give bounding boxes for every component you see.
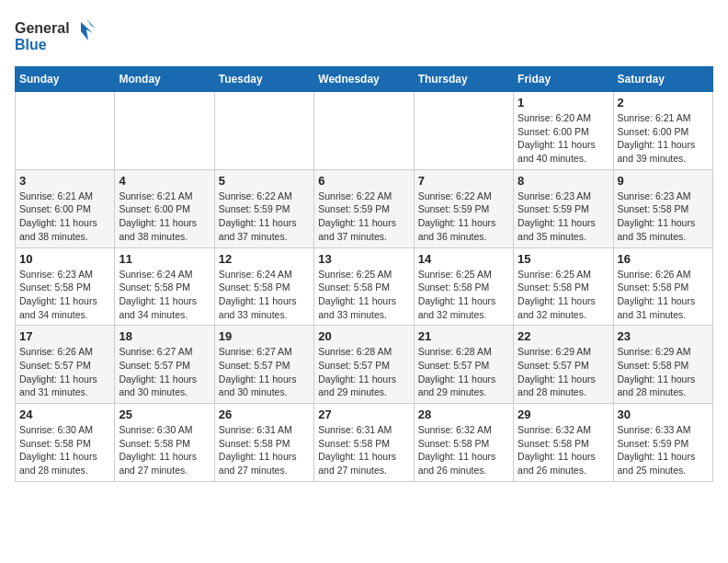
day-number: 2 xyxy=(618,96,709,109)
calendar: SundayMondayTuesdayWednesdayThursdayFrid… xyxy=(15,66,713,482)
calendar-cell: 1Sunrise: 6:20 AM Sunset: 6:00 PM Daylig… xyxy=(514,92,613,170)
calendar-cell: 8Sunrise: 6:23 AM Sunset: 5:59 PM Daylig… xyxy=(514,169,613,247)
calendar-cell: 3Sunrise: 6:21 AM Sunset: 6:00 PM Daylig… xyxy=(16,169,115,247)
day-number: 6 xyxy=(318,174,409,188)
day-info: Sunrise: 6:22 AM Sunset: 5:59 PM Dayligh… xyxy=(418,190,509,244)
calendar-week-4: 17Sunrise: 6:26 AM Sunset: 5:57 PM Dayli… xyxy=(16,326,713,404)
calendar-week-2: 3Sunrise: 6:21 AM Sunset: 6:00 PM Daylig… xyxy=(16,169,713,247)
day-info: Sunrise: 6:21 AM Sunset: 6:00 PM Dayligh… xyxy=(119,190,210,244)
calendar-header-tuesday: Tuesday xyxy=(214,67,313,92)
day-info: Sunrise: 6:29 AM Sunset: 5:57 PM Dayligh… xyxy=(518,345,609,399)
calendar-cell: 10Sunrise: 6:23 AM Sunset: 5:58 PM Dayli… xyxy=(16,247,115,326)
day-info: Sunrise: 6:32 AM Sunset: 5:58 PM Dayligh… xyxy=(418,423,509,477)
day-info: Sunrise: 6:24 AM Sunset: 5:58 PM Dayligh… xyxy=(119,268,210,322)
day-number: 18 xyxy=(119,329,210,343)
day-number: 24 xyxy=(19,408,110,421)
calendar-cell: 5Sunrise: 6:22 AM Sunset: 5:59 PM Daylig… xyxy=(214,169,313,247)
calendar-cell: 16Sunrise: 6:26 AM Sunset: 5:58 PM Dayli… xyxy=(613,247,712,326)
calendar-cell: 9Sunrise: 6:23 AM Sunset: 5:58 PM Daylig… xyxy=(613,169,712,247)
calendar-header-row: SundayMondayTuesdayWednesdayThursdayFrid… xyxy=(16,67,713,92)
day-info: Sunrise: 6:28 AM Sunset: 5:57 PM Dayligh… xyxy=(418,345,509,399)
day-number: 17 xyxy=(19,329,110,343)
calendar-week-5: 24Sunrise: 6:30 AM Sunset: 5:58 PM Dayli… xyxy=(16,404,713,482)
calendar-cell: 20Sunrise: 6:28 AM Sunset: 5:57 PM Dayli… xyxy=(314,326,414,404)
day-info: Sunrise: 6:25 AM Sunset: 5:58 PM Dayligh… xyxy=(418,268,509,322)
calendar-cell: 27Sunrise: 6:31 AM Sunset: 5:58 PM Dayli… xyxy=(314,404,414,482)
svg-text:General: General xyxy=(15,20,70,36)
day-number: 15 xyxy=(518,252,609,266)
day-number: 3 xyxy=(19,174,110,188)
calendar-week-1: 1Sunrise: 6:20 AM Sunset: 6:00 PM Daylig… xyxy=(16,92,713,170)
day-number: 25 xyxy=(119,408,210,421)
calendar-header-saturday: Saturday xyxy=(613,67,712,92)
calendar-cell: 11Sunrise: 6:24 AM Sunset: 5:58 PM Dayli… xyxy=(115,247,214,326)
day-info: Sunrise: 6:26 AM Sunset: 5:58 PM Dayligh… xyxy=(618,268,709,322)
calendar-cell: 19Sunrise: 6:27 AM Sunset: 5:57 PM Dayli… xyxy=(214,326,313,404)
day-number: 21 xyxy=(418,329,509,343)
day-info: Sunrise: 6:27 AM Sunset: 5:57 PM Dayligh… xyxy=(119,345,210,399)
day-number: 22 xyxy=(518,329,609,343)
day-number: 4 xyxy=(119,174,210,188)
day-number: 8 xyxy=(518,174,609,188)
day-info: Sunrise: 6:28 AM Sunset: 5:57 PM Dayligh… xyxy=(318,345,409,399)
calendar-header-monday: Monday xyxy=(115,67,214,92)
day-number: 16 xyxy=(618,252,709,266)
calendar-cell: 22Sunrise: 6:29 AM Sunset: 5:57 PM Dayli… xyxy=(514,326,613,404)
calendar-cell: 17Sunrise: 6:26 AM Sunset: 5:57 PM Dayli… xyxy=(16,326,115,404)
day-info: Sunrise: 6:31 AM Sunset: 5:58 PM Dayligh… xyxy=(318,423,409,477)
calendar-cell: 25Sunrise: 6:30 AM Sunset: 5:58 PM Dayli… xyxy=(115,404,214,482)
day-info: Sunrise: 6:27 AM Sunset: 5:57 PM Dayligh… xyxy=(219,345,310,399)
calendar-cell: 7Sunrise: 6:22 AM Sunset: 5:59 PM Daylig… xyxy=(414,169,513,247)
calendar-cell: 30Sunrise: 6:33 AM Sunset: 5:59 PM Dayli… xyxy=(613,404,712,482)
day-number: 13 xyxy=(318,252,409,266)
calendar-cell: 2Sunrise: 6:21 AM Sunset: 6:00 PM Daylig… xyxy=(613,92,712,170)
calendar-cell: 12Sunrise: 6:24 AM Sunset: 5:58 PM Dayli… xyxy=(214,247,313,326)
day-number: 27 xyxy=(318,408,409,421)
calendar-cell: 4Sunrise: 6:21 AM Sunset: 6:00 PM Daylig… xyxy=(115,169,214,247)
day-info: Sunrise: 6:23 AM Sunset: 5:58 PM Dayligh… xyxy=(19,268,110,322)
calendar-cell: 21Sunrise: 6:28 AM Sunset: 5:57 PM Dayli… xyxy=(414,326,513,404)
day-info: Sunrise: 6:25 AM Sunset: 5:58 PM Dayligh… xyxy=(518,268,609,322)
day-number: 23 xyxy=(618,329,709,343)
day-info: Sunrise: 6:23 AM Sunset: 5:59 PM Dayligh… xyxy=(518,190,609,244)
day-info: Sunrise: 6:30 AM Sunset: 5:58 PM Dayligh… xyxy=(19,423,110,477)
day-number: 30 xyxy=(618,408,709,421)
day-info: Sunrise: 6:30 AM Sunset: 5:58 PM Dayligh… xyxy=(119,423,210,477)
calendar-cell: 24Sunrise: 6:30 AM Sunset: 5:58 PM Dayli… xyxy=(16,404,115,482)
header: GeneralBlue xyxy=(15,15,713,55)
logo: GeneralBlue xyxy=(15,15,107,55)
day-info: Sunrise: 6:22 AM Sunset: 5:59 PM Dayligh… xyxy=(219,190,310,244)
day-number: 11 xyxy=(119,252,210,266)
day-number: 10 xyxy=(19,252,110,266)
calendar-cell: 23Sunrise: 6:29 AM Sunset: 5:58 PM Dayli… xyxy=(613,326,712,404)
day-info: Sunrise: 6:25 AM Sunset: 5:58 PM Dayligh… xyxy=(318,268,409,322)
calendar-cell xyxy=(414,92,513,170)
day-info: Sunrise: 6:23 AM Sunset: 5:58 PM Dayligh… xyxy=(618,190,709,244)
day-number: 29 xyxy=(518,408,609,421)
calendar-cell: 28Sunrise: 6:32 AM Sunset: 5:58 PM Dayli… xyxy=(414,404,513,482)
calendar-cell xyxy=(314,92,414,170)
calendar-cell: 14Sunrise: 6:25 AM Sunset: 5:58 PM Dayli… xyxy=(414,247,513,326)
day-info: Sunrise: 6:29 AM Sunset: 5:58 PM Dayligh… xyxy=(618,345,709,399)
day-info: Sunrise: 6:31 AM Sunset: 5:58 PM Dayligh… xyxy=(219,423,310,477)
svg-text:Blue: Blue xyxy=(15,37,47,52)
day-number: 9 xyxy=(618,174,709,188)
day-number: 28 xyxy=(418,408,509,421)
calendar-cell xyxy=(16,92,115,170)
calendar-header-wednesday: Wednesday xyxy=(314,67,414,92)
day-info: Sunrise: 6:21 AM Sunset: 6:00 PM Dayligh… xyxy=(618,111,709,166)
day-number: 19 xyxy=(219,329,310,343)
calendar-header-thursday: Thursday xyxy=(414,67,513,92)
day-number: 1 xyxy=(518,96,609,109)
calendar-week-3: 10Sunrise: 6:23 AM Sunset: 5:58 PM Dayli… xyxy=(16,247,713,326)
day-number: 20 xyxy=(318,329,409,343)
calendar-cell: 18Sunrise: 6:27 AM Sunset: 5:57 PM Dayli… xyxy=(115,326,214,404)
calendar-header-sunday: Sunday xyxy=(16,67,115,92)
day-info: Sunrise: 6:20 AM Sunset: 6:00 PM Dayligh… xyxy=(518,111,609,166)
day-number: 12 xyxy=(219,252,310,266)
calendar-cell: 13Sunrise: 6:25 AM Sunset: 5:58 PM Dayli… xyxy=(314,247,414,326)
day-number: 7 xyxy=(418,174,509,188)
calendar-cell: 29Sunrise: 6:32 AM Sunset: 5:58 PM Dayli… xyxy=(514,404,613,482)
day-number: 14 xyxy=(418,252,509,266)
calendar-header-friday: Friday xyxy=(514,67,613,92)
